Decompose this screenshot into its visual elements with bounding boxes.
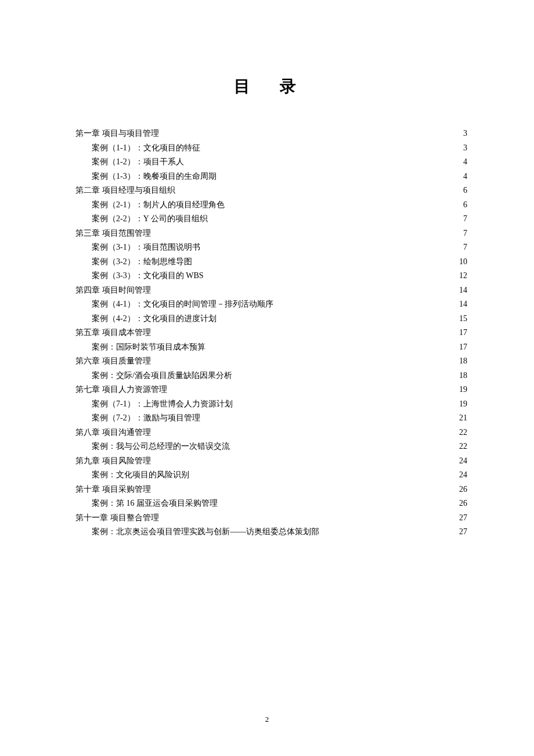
toc-leader-dots [151,285,459,293]
toc-leader-dots [189,469,458,477]
toc-entry-page: 18 [458,369,467,383]
toc-entry-page: 7 [462,240,467,255]
toc-entry-page: 17 [458,340,467,355]
toc-entry: 案例（7-1）：上海世博会人力资源计划 19 [75,397,467,412]
toc-entry: 第六章 项目质量管理18 [75,354,467,369]
toc-entry-label: 第三章 项目范围管理 [75,226,151,241]
toc-entry-page: 22 [458,440,467,454]
toc-entry: 案例（3-3）：文化项目的 WBS12 [75,269,467,283]
toc-entry-page: 3 [462,141,467,156]
toc-entry-page: 6 [462,183,467,198]
toc-entry-page: 21 [458,411,467,426]
toc-leader-dots [230,441,458,449]
toc-leader-dots [167,384,459,392]
toc-entry-label: 案例（4-1）：文化项目的时间管理－排列活动顺序 [92,297,273,312]
toc-entry: 案例（1-2）：项目干系人 4 [75,155,467,170]
toc-entry-label: 案例：我与公司总经理的一次错误交流 [92,440,230,454]
toc-entry-page: 27 [458,525,467,539]
toc-entry: 案例：国际时装节项目成本预算17 [75,340,467,355]
toc-entry-page: 12 [458,269,467,283]
toc-entry-page: 4 [462,170,467,184]
toc-leader-dots [208,213,462,221]
toc-leader-dots [151,427,459,435]
toc-entry-label: 案例：交际/酒会项目质量缺陷因果分析 [92,369,232,383]
toc-entry: 第四章 项目时间管理14 [75,283,467,298]
page-number: 2 [0,715,534,724]
toc-entry-page: 10 [458,255,467,269]
toc-entry: 第十一章 项目整合管理27 [75,511,467,525]
toc-entry-page: 26 [458,483,467,497]
toc-leader-dots [204,270,459,278]
toc-list: 第一章 项目与项目管理3案例（1-1）：文化项目的特征 3案例（1-2）：项目干… [75,127,467,539]
toc-leader-dots [233,398,458,406]
toc-entry: 案例：第 16 届亚运会项目采购管理26 [75,496,467,511]
toc-entry-label: 案例（1-1）：文化项目的特征 [92,141,200,156]
toc-leader-dots [159,128,463,136]
toc-leader-dots [151,355,459,363]
toc-entry: 案例（3-2）：绘制思维导图 10 [75,255,467,269]
toc-entry-page: 7 [462,226,467,241]
toc-entry-page: 26 [458,496,467,511]
document-page: 目 录 第一章 项目与项目管理3案例（1-1）：文化项目的特征 3案例（1-2）… [0,0,534,539]
toc-entry-page: 15 [458,312,467,326]
toc-entry: 案例（2-1）：制片人的项目经理角色 6 [75,198,467,213]
toc-entry-label: 第十章 项目采购管理 [75,483,151,497]
toc-entry-page: 24 [458,454,467,469]
toc-entry-label: 第一章 项目与项目管理 [75,127,159,141]
toc-entry: 第十章 项目采购管理26 [75,483,467,497]
toc-entry-page: 3 [462,127,467,141]
toc-entry: 第三章 项目范围管理7 [75,226,467,241]
toc-entry-label: 第十一章 项目整合管理 [75,511,159,525]
toc-leader-dots [175,185,463,193]
toc-entry: 第九章 项目风险管理24 [75,454,467,469]
toc-leader-dots [192,256,458,264]
toc-leader-dots [217,313,458,321]
toc-leader-dots [205,341,458,350]
toc-entry-page: 4 [462,155,467,170]
toc-leader-dots [200,242,462,250]
toc-entry-label: 案例（2-2）：Y 公司的项目组织 [92,212,208,226]
toc-leader-dots [151,455,459,463]
toc-title: 目 录 [75,75,467,98]
toc-entry-label: 第七章 项目人力资源管理 [75,383,167,397]
toc-leader-dots [151,228,463,236]
toc-entry-label: 案例：第 16 届亚运会项目采购管理 [92,496,218,511]
toc-leader-dots [159,512,459,520]
toc-entry: 案例：北京奥运会项目管理实践与创新——访奥组委总体策划部27 [75,525,467,539]
toc-entry: 案例（1-3）：晚餐项目的生命周期 4 [75,170,467,184]
toc-entry: 案例（7-2）：激励与项目管理 21 [75,411,467,426]
toc-entry-page: 24 [458,468,467,483]
toc-leader-dots [151,327,459,335]
toc-leader-dots [218,498,458,506]
toc-entry-label: 第六章 项目质量管理 [75,354,151,369]
toc-entry-label: 案例（3-3）：文化项目的 WBS [92,269,204,283]
toc-entry-label: 案例：国际时装节项目成本预算 [92,340,205,355]
toc-leader-dots [273,298,458,307]
toc-entry-label: 第八章 项目沟通管理 [75,426,151,440]
toc-entry-page: 18 [458,354,467,369]
toc-entry: 案例（4-2）：文化项目的进度计划 15 [75,312,467,326]
toc-entry: 案例：交际/酒会项目质量缺陷因果分析 18 [75,369,467,383]
toc-entry-label: 案例：北京奥运会项目管理实践与创新——访奥组委总体策划部 [92,525,319,539]
toc-entry-label: 第四章 项目时间管理 [75,283,151,298]
toc-entry: 第八章 项目沟通管理22 [75,426,467,440]
toc-leader-dots [319,526,458,534]
toc-entry: 案例：文化项目的风险识别24 [75,468,467,483]
toc-entry: 第一章 项目与项目管理3 [75,127,467,141]
toc-leader-dots [225,199,462,207]
toc-leader-dots [200,412,458,420]
toc-leader-dots [217,171,462,179]
toc-entry: 案例：我与公司总经理的一次错误交流22 [75,440,467,454]
toc-entry-page: 14 [458,297,467,312]
toc-entry-page: 19 [458,383,467,397]
toc-leader-dots [184,156,462,164]
toc-entry-label: 案例（3-1）：项目范围说明书 [92,240,200,255]
toc-entry: 第二章 项目经理与项目组织6 [75,183,467,198]
toc-entry-label: 案例（4-2）：文化项目的进度计划 [92,312,217,326]
toc-leader-dots [200,142,462,150]
toc-entry-label: 案例（1-3）：晚餐项目的生命周期 [92,170,217,184]
toc-entry-page: 22 [458,426,467,440]
toc-entry-label: 第五章 项目成本管理 [75,326,151,340]
toc-entry: 第七章 项目人力资源管理19 [75,383,467,397]
toc-entry: 案例（3-1）：项目范围说明书 7 [75,240,467,255]
